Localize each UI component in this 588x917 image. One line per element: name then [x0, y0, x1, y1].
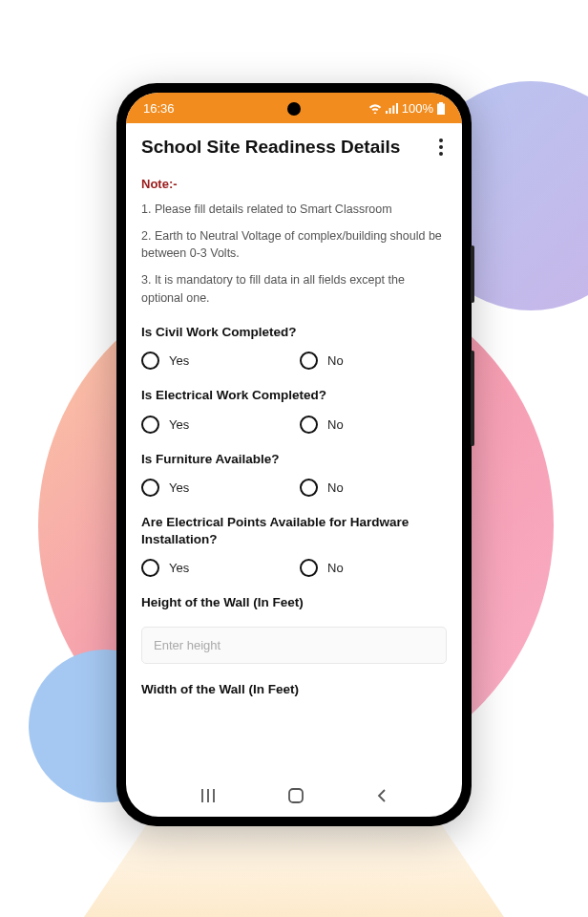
radio-label: Yes — [169, 417, 189, 432]
label-wall-width: Width of the Wall (In Feet) — [141, 681, 447, 698]
battery-icon — [437, 102, 445, 115]
svg-rect-0 — [289, 789, 303, 802]
signal-icon — [386, 103, 398, 114]
input-wall-height[interactable] — [141, 627, 447, 664]
radio-icon — [141, 479, 159, 497]
question-civil-work: Is Civil Work Completed? — [141, 324, 447, 341]
question-electrical-work: Is Electrical Work Completed? — [141, 387, 447, 404]
note-item-2: 2. Earth to Neutral Voltage of complex/b… — [141, 227, 447, 262]
radio-furniture-yes[interactable]: Yes — [141, 479, 288, 497]
question-electrical-points: Are Electrical Points Available for Hard… — [141, 514, 447, 547]
radio-civil-no[interactable]: No — [300, 352, 447, 370]
radio-label: Yes — [169, 353, 189, 368]
radio-label: No — [327, 353, 344, 368]
radio-icon — [141, 559, 159, 577]
radio-icon — [141, 416, 159, 434]
note-label: Note:- — [141, 177, 447, 191]
radio-civil-yes[interactable]: Yes — [141, 352, 288, 370]
radio-icon — [300, 352, 318, 370]
nav-back-button[interactable] — [375, 787, 388, 804]
nav-recents-button[interactable] — [200, 787, 217, 804]
radio-furniture-no[interactable]: No — [300, 479, 447, 497]
app-header: School Site Readiness Details — [126, 123, 462, 171]
phone-frame: 16:36 100% School Site Readiness Details — [116, 83, 472, 826]
more-menu-icon[interactable] — [435, 135, 447, 160]
nav-home-button[interactable] — [287, 787, 304, 804]
radio-electrical-no[interactable]: No — [300, 416, 447, 434]
radio-points-no[interactable]: No — [300, 559, 447, 577]
wifi-icon — [368, 103, 382, 114]
status-battery: 100% — [402, 101, 433, 116]
radio-icon — [300, 416, 318, 434]
question-furniture: Is Furniture Available? — [141, 451, 447, 468]
status-time: 16:36 — [143, 101, 175, 116]
radio-label: Yes — [169, 561, 189, 575]
radio-electrical-yes[interactable]: Yes — [141, 416, 288, 434]
radio-label: No — [327, 417, 344, 432]
radio-label: No — [327, 480, 344, 495]
label-wall-height: Height of the Wall (In Feet) — [141, 594, 447, 611]
radio-label: No — [327, 561, 344, 575]
nav-bar — [126, 775, 462, 817]
radio-icon — [300, 479, 318, 497]
note-item-3: 3. It is mandatory to fill data in all f… — [141, 271, 447, 306]
note-item-1: 1. Please fill details related to Smart … — [141, 201, 447, 218]
page-title: School Site Readiness Details — [141, 137, 400, 158]
radio-label: Yes — [169, 480, 189, 495]
radio-icon — [141, 352, 159, 370]
form-content: Note:- 1. Please fill details related to… — [126, 171, 462, 775]
radio-points-yes[interactable]: Yes — [141, 559, 288, 577]
radio-icon — [300, 559, 318, 577]
